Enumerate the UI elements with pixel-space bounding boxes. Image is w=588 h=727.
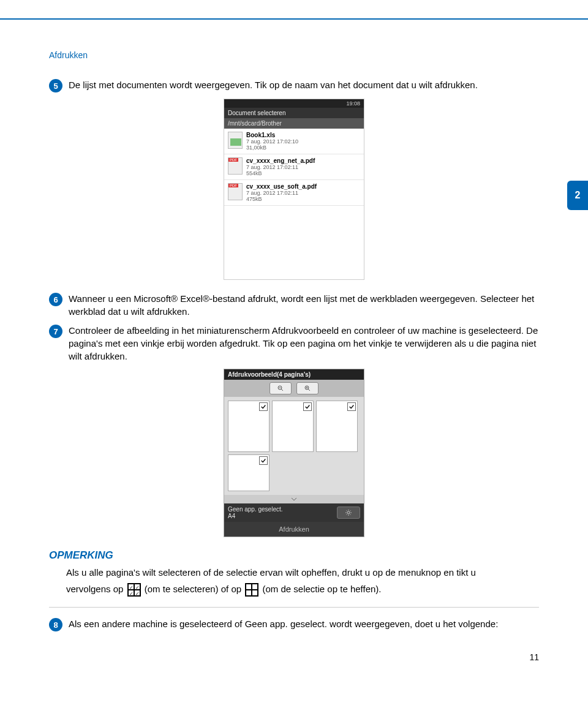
svg-point-7 <box>347 511 350 514</box>
gear-icon[interactable] <box>337 507 360 519</box>
page-thumb[interactable] <box>316 401 358 452</box>
note-heading: OPMERKING <box>49 549 539 562</box>
step-8-text: Als een andere machine is geselecteerd o… <box>69 617 498 630</box>
zoom-out-icon[interactable] <box>270 382 292 394</box>
xls-file-icon <box>228 132 243 149</box>
file-name: cv_xxxx_eng_net_a.pdf <box>246 157 315 164</box>
check-icon[interactable] <box>303 402 312 411</box>
zoom-in-icon[interactable] <box>296 382 318 394</box>
step-5-text: De lijst met documenten wordt weergegeve… <box>69 78 478 91</box>
step-bullet-7: 7 <box>49 325 62 338</box>
step-6-text: Wanneer u een Microsoft® Excel®-bestand … <box>69 292 539 318</box>
paper-size-text: A4 <box>228 513 283 519</box>
divider <box>49 607 539 608</box>
deselect-all-icon <box>245 583 258 597</box>
thumbnail-grid <box>224 397 364 495</box>
svg-line-4 <box>308 389 310 391</box>
screenshot-print-preview: Afdrukvoorbeeld(4 pagina's) Geen app. ge… <box>224 369 364 537</box>
file-name: Book1.xls <box>246 132 298 138</box>
pdf-file-icon <box>228 157 243 175</box>
chevron-down-icon[interactable] <box>224 495 364 503</box>
step-bullet-8: 8 <box>49 618 62 631</box>
chapter-tab: 2 <box>567 181 588 210</box>
screen-title: Document selecteren <box>224 108 364 118</box>
page-thumb[interactable] <box>272 401 314 452</box>
screenshot-document-select: 19:08 Document selecteren /mnt/sdcard/Br… <box>224 99 364 280</box>
page-thumb[interactable] <box>228 454 270 491</box>
zoom-toolbar <box>224 380 364 397</box>
file-size: 31,00kB <box>246 145 298 151</box>
check-icon[interactable] <box>347 402 356 411</box>
file-row[interactable]: cv_xxxx_use_soft_a.pdf 7 aug. 2012 17:02… <box>224 180 364 206</box>
file-size: 475kB <box>246 196 317 202</box>
svg-line-1 <box>281 389 283 391</box>
file-name: cv_xxxx_use_soft_a.pdf <box>246 183 317 190</box>
note-body: Als u alle pagina's wilt selecteren of d… <box>66 564 539 597</box>
file-row[interactable]: cv_xxxx_eng_net_a.pdf 7 aug. 2012 17:02:… <box>224 154 364 180</box>
section-header: Afdrukken <box>49 50 588 60</box>
print-button[interactable]: Afdrukken <box>224 522 364 537</box>
pdf-file-icon <box>228 183 243 200</box>
step-7-text: Controleer de afbeelding in het miniatur… <box>69 324 539 363</box>
status-bar: 19:08 <box>224 99 364 108</box>
file-date: 7 aug. 2012 17:02:11 <box>246 190 317 196</box>
file-date: 7 aug. 2012 17:02:11 <box>246 164 315 170</box>
preview-title: Afdrukvoorbeeld(4 pagina's) <box>224 369 364 380</box>
top-rule <box>0 18 588 20</box>
file-size: 554kB <box>246 170 315 176</box>
breadcrumb-path: /mnt/sdcard/Brother <box>224 118 364 129</box>
file-row[interactable]: Book1.xls 7 aug. 2012 17:02:10 31,00kB <box>224 129 364 154</box>
check-icon[interactable] <box>259 456 268 465</box>
select-all-icon <box>127 583 141 597</box>
page-thumb[interactable] <box>228 401 270 452</box>
check-icon[interactable] <box>259 402 268 411</box>
page-number: 11 <box>529 652 539 662</box>
step-bullet-5: 5 <box>49 79 62 92</box>
file-date: 7 aug. 2012 17:02:10 <box>246 138 298 145</box>
device-status-text: Geen app. geselect. <box>228 506 283 513</box>
device-status-row[interactable]: Geen app. geselect. A4 <box>224 503 364 522</box>
step-bullet-6: 6 <box>49 293 62 306</box>
